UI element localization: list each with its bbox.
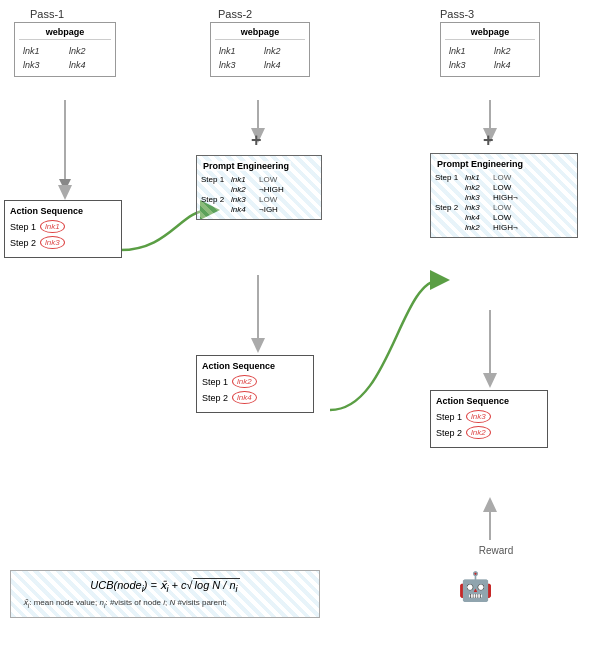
pe1-row4-link: lnk4 — [231, 205, 257, 214]
pe2-title: Prompt Engineering — [435, 159, 525, 169]
wp1-lnk3: lnk3 — [23, 60, 61, 70]
as3-step2-row: Step 2 lnk2 — [436, 426, 542, 439]
wp3-lnk2: lnk2 — [494, 46, 531, 56]
as3-step1-row: Step 1 lnk3 — [436, 410, 542, 423]
as3-step1-label: Step 1 — [436, 412, 466, 422]
pe2-row1-link: lnk1 — [465, 173, 491, 182]
as3-step1-link: lnk3 — [466, 410, 491, 423]
reward-icon: 🤖 — [458, 570, 493, 603]
as1-step2-link: lnk3 — [40, 236, 65, 249]
as2-step1-row: Step 1 lnk2 — [202, 375, 308, 388]
arrows-svg — [0, 0, 596, 658]
wp3-lnk4: lnk4 — [494, 60, 531, 70]
pass2-header: Pass-2 — [218, 8, 252, 20]
as1-title: Action Sequence — [10, 206, 116, 216]
svg-marker-11 — [483, 497, 497, 512]
pe1-title: Prompt Engineering — [201, 161, 291, 171]
pe1-row1: Step 1 lnk1 LOW — [201, 175, 317, 184]
pe2-row4-link: lnk3 — [465, 203, 491, 212]
pe2-row3-score: HIGH¬ — [493, 193, 521, 202]
pe2-row2: lnk2 LOW — [435, 183, 573, 192]
pe2-row5-score: LOW — [493, 213, 521, 222]
diagram: Pass-1 Pass-2 Pass-3 webpage lnk1 lnk2 l… — [0, 0, 596, 658]
pe2-row4-step: Step 2 — [435, 203, 463, 212]
pe2-row2-score: LOW — [493, 183, 521, 192]
action-seq-1: Action Sequence Step 1 lnk1 Step 2 lnk3 — [4, 200, 122, 258]
pe2-row3: lnk3 HIGH¬ — [435, 193, 573, 202]
as1-step2-row: Step 2 lnk3 — [10, 236, 116, 249]
pe1-row3-step: Step 2 — [201, 195, 229, 204]
as1-step1-link: lnk1 — [40, 220, 65, 233]
pe1-row4-score: ¬IGH — [259, 205, 287, 214]
wp1-lnk2: lnk2 — [69, 46, 107, 56]
pe2-row6: lnk2 HIGH¬ — [435, 223, 573, 232]
wp1-lnk4: lnk4 — [69, 60, 107, 70]
pe2-row4: Step 2 lnk3 LOW — [435, 203, 573, 212]
pe2-row3-link: lnk3 — [465, 193, 491, 202]
pe1-row2-link: lnk2 — [231, 185, 257, 194]
pe2-row6-link: lnk2 — [465, 223, 491, 232]
wp3-lnk1: lnk1 — [449, 46, 486, 56]
pe1-row3: Step 2 lnk3 LOW — [201, 195, 317, 204]
pass3-header: Pass-3 — [440, 8, 474, 20]
pe2-row4-score: LOW — [493, 203, 521, 212]
as1-step1-label: Step 1 — [10, 222, 40, 232]
pe2-row6-score: HIGH¬ — [493, 223, 521, 232]
pe1-row4: lnk4 ¬IGH — [201, 205, 317, 214]
pass1-header: Pass-1 — [30, 8, 64, 20]
plus-sign-2: + — [251, 130, 262, 151]
ucb-formula: UCB(nodei) = x̄i + c√log N / ni — [23, 579, 307, 594]
reward-label: Reward — [466, 545, 526, 556]
as2-step2-link: lnk4 — [232, 391, 257, 404]
wp2-lnk1: lnk1 — [219, 46, 256, 56]
as3-step2-link: lnk2 — [466, 426, 491, 439]
as2-step1-link: lnk2 — [232, 375, 257, 388]
pe1-row1-link: lnk1 — [231, 175, 257, 184]
svg-marker-5 — [251, 338, 265, 353]
prompt-box-1: Prompt Engineering Step 1 lnk1 LOW lnk2 … — [196, 155, 322, 220]
wp3-lnk3: lnk3 — [449, 60, 486, 70]
webpage-box-2: webpage lnk1 lnk2 lnk3 lnk4 — [210, 22, 310, 77]
pe1-row1-score: LOW — [259, 175, 287, 184]
as2-title: Action Sequence — [202, 361, 308, 371]
webpage-box-1: webpage lnk1 lnk2 lnk3 lnk4 — [14, 22, 116, 77]
as1-step2-label: Step 2 — [10, 238, 40, 248]
wp2-lnk4: lnk4 — [264, 60, 301, 70]
svg-marker-9 — [483, 373, 497, 388]
as2-step2-row: Step 2 lnk4 — [202, 391, 308, 404]
action-seq-2: Action Sequence Step 1 lnk2 Step 2 lnk4 — [196, 355, 314, 413]
prompt-box-2: Prompt Engineering Step 1 lnk1 LOW lnk2 … — [430, 153, 578, 238]
as3-title: Action Sequence — [436, 396, 542, 406]
pe2-row1: Step 1 lnk1 LOW — [435, 173, 573, 182]
pe2-row1-score: LOW — [493, 173, 521, 182]
wp1-lnk1: lnk1 — [23, 46, 61, 56]
ucb-box: UCB(nodei) = x̄i + c√log N / ni x̄i: mea… — [10, 570, 320, 618]
wp2-lnk3: lnk3 — [219, 60, 256, 70]
pe2-row1-step: Step 1 — [435, 173, 463, 182]
pe1-row2-score: ¬HIGH — [259, 185, 287, 194]
pe2-row5: lnk4 LOW — [435, 213, 573, 222]
as2-step2-label: Step 2 — [202, 393, 232, 403]
wp2-title: webpage — [215, 27, 305, 40]
pe2-row2-link: lnk2 — [465, 183, 491, 192]
as3-step2-label: Step 2 — [436, 428, 466, 438]
pe1-row1-step: Step 1 — [201, 175, 229, 184]
pe1-row2: lnk2 ¬HIGH — [201, 185, 317, 194]
wp3-title: webpage — [445, 27, 535, 40]
pe1-row3-score: LOW — [259, 195, 287, 204]
action-seq-3: Action Sequence Step 1 lnk3 Step 2 lnk2 — [430, 390, 548, 448]
wp2-lnk2: lnk2 — [264, 46, 301, 56]
ucb-legend: x̄i: mean node value; ni: #visits of nod… — [23, 598, 307, 609]
as2-step1-label: Step 1 — [202, 377, 232, 387]
webpage-box-3: webpage lnk1 lnk2 lnk3 lnk4 — [440, 22, 540, 77]
wp1-title: webpage — [19, 27, 111, 40]
pe2-row5-link: lnk4 — [465, 213, 491, 222]
pe1-row3-link: lnk3 — [231, 195, 257, 204]
plus-sign-3: + — [483, 130, 494, 151]
svg-marker-1 — [58, 185, 72, 200]
as1-step1-row: Step 1 lnk1 — [10, 220, 116, 233]
